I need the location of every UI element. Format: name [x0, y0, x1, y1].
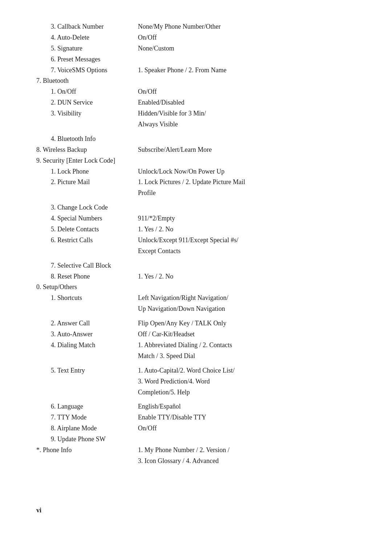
menu-item: 9. Security [Enter Lock Code] — [36, 156, 363, 166]
item-label: 8. Wireless Backup — [36, 145, 138, 155]
item-label: 2. Picture Mail — [36, 177, 138, 187]
item-value: Unlock/Lock Now/On Power Up — [138, 167, 363, 177]
item-value — [138, 282, 363, 292]
item-label — [36, 188, 138, 198]
menu-item: 4. Special Numbers911/*2/Empty — [36, 214, 363, 224]
item-label — [36, 119, 138, 130]
item-label — [36, 246, 138, 256]
item-label: 3. Auto-Answer — [36, 329, 138, 340]
item-label — [36, 387, 138, 398]
item-value — [138, 134, 363, 144]
menu-item: 5. SignatureNone/Custom — [36, 44, 363, 54]
item-label — [36, 456, 138, 466]
menu-item: 9. Update Phone SW — [36, 434, 363, 444]
menu-item: 0. Setup/Others — [36, 282, 363, 292]
item-label: 7. VoiceSMS Options — [36, 65, 138, 76]
menu-item: 3. Auto-AnswerOff / Car-Kit/Headset — [36, 329, 363, 340]
item-value: Always Visible — [138, 119, 363, 130]
spacer — [36, 398, 363, 402]
menu-item: 8. Airplane ModeOn/Off — [36, 423, 363, 434]
item-value — [138, 261, 363, 271]
menu-item: 7. VoiceSMS Options1. Speaker Phone / 2.… — [36, 65, 363, 76]
menu-item: 6. Preset Messages — [36, 54, 363, 65]
item-value: Hidden/Visible for 3 Min/ — [138, 109, 363, 119]
menu-item: Completion/5. Help — [36, 387, 363, 398]
item-label: 8. Airplane Mode — [36, 423, 138, 434]
menu-item: Match / 3. Speed Dial — [36, 351, 363, 361]
spacer — [36, 257, 363, 261]
item-value: 1. Auto-Capital/2. Word Choice List/ — [138, 366, 363, 376]
item-label: 6. Restrict Calls — [36, 235, 138, 245]
menu-item: 2. Answer CallFlip Open/Any Key / TALK O… — [36, 318, 363, 329]
item-label: 1. Lock Phone — [36, 167, 138, 177]
item-value — [138, 156, 363, 166]
item-value: 911/*2/Empty — [138, 214, 363, 224]
item-label: 5. Text Entry — [36, 366, 138, 376]
item-label: 9. Security [Enter Lock Code] — [36, 156, 138, 166]
page-footer: vi — [36, 507, 41, 514]
item-label: 4. Auto-Delete — [36, 33, 138, 43]
item-label: 3. Visibility — [36, 109, 138, 119]
menu-item: 2. Picture Mail1. Lock Pictures / 2. Upd… — [36, 177, 363, 187]
item-value: Flip Open/Any Key / TALK Only — [138, 318, 363, 329]
menu-item: Up Navigation/Down Navigation — [36, 304, 363, 314]
menu-item: 5. Text Entry1. Auto-Capital/2. Word Cho… — [36, 366, 363, 376]
menu-item: 8. Wireless BackupSubscribe/Alert/Learn … — [36, 145, 363, 155]
item-value: Enabled/Disabled — [138, 98, 363, 108]
menu-item: 4. Auto-DeleteOn/Off — [36, 33, 363, 43]
item-value: None/My Phone Number/Other — [138, 22, 363, 32]
item-value: On/Off — [138, 87, 363, 97]
page-container: 3. Callback NumberNone/My Phone Number/O… — [0, 0, 392, 496]
item-value: On/Off — [138, 423, 363, 434]
item-label: 6. Preset Messages — [36, 54, 138, 65]
item-value — [138, 434, 363, 444]
item-value: Unlock/Except 911/Except Special #s/ — [138, 235, 363, 245]
item-label: 4. Special Numbers — [36, 214, 138, 224]
item-value: Left Navigation/Right Navigation/ — [138, 293, 363, 303]
menu-list: 3. Callback NumberNone/My Phone Number/O… — [36, 22, 363, 466]
item-label: 2. DUN Service — [36, 98, 138, 108]
item-value: Enable TTY/Disable TTY — [138, 413, 363, 423]
item-value: Up Navigation/Down Navigation — [138, 304, 363, 314]
item-value: None/Custom — [138, 44, 363, 54]
item-label: 7. Bluetooth — [36, 76, 138, 86]
menu-item: 3. Callback NumberNone/My Phone Number/O… — [36, 22, 363, 32]
item-label — [36, 351, 138, 361]
item-value — [138, 203, 363, 213]
menu-item: 6. Restrict CallsUnlock/Except 911/Excep… — [36, 235, 363, 245]
item-label: 0. Setup/Others — [36, 282, 138, 292]
menu-item: 1. On/OffOn/Off — [36, 87, 363, 97]
spacer — [36, 199, 363, 203]
menu-item: Always Visible — [36, 119, 363, 130]
item-value: On/Off — [138, 33, 363, 43]
item-value: 1. Lock Pictures / 2. Update Picture Mai… — [138, 177, 363, 187]
item-value: 1. Speaker Phone / 2. From Name — [138, 65, 363, 76]
item-value: Match / 3. Speed Dial — [138, 351, 363, 361]
menu-item: 7. TTY ModeEnable TTY/Disable TTY — [36, 413, 363, 423]
spacer — [36, 362, 363, 366]
item-value — [138, 54, 363, 65]
item-value: 1. Abbreviated Dialing / 2. Contacts — [138, 340, 363, 350]
item-value: English/Español — [138, 402, 363, 412]
item-label: 7. Selective Call Block — [36, 261, 138, 271]
item-label: 2. Answer Call — [36, 318, 138, 329]
menu-item: Except Contacts — [36, 246, 363, 256]
menu-item: 4. Bluetooth Info — [36, 134, 363, 144]
item-label: 1. On/Off — [36, 87, 138, 97]
item-label — [36, 304, 138, 314]
item-value: Profile — [138, 188, 363, 198]
menu-item: 1. Lock PhoneUnlock/Lock Now/On Power Up — [36, 167, 363, 177]
spacer — [36, 315, 363, 318]
item-label — [36, 377, 138, 387]
item-value: 1. My Phone Number / 2. Version / — [138, 445, 363, 455]
item-label: 3. Change Lock Code — [36, 203, 138, 213]
item-value: Off / Car-Kit/Headset — [138, 329, 363, 340]
item-label: 8. Reset Phone — [36, 272, 138, 282]
item-label: 3. Callback Number — [36, 22, 138, 32]
menu-item: 1. ShortcutsLeft Navigation/Right Naviga… — [36, 293, 363, 303]
item-value: 1. Yes / 2. No — [138, 272, 363, 282]
item-value: 1. Yes / 2. No — [138, 224, 363, 235]
item-value: Completion/5. Help — [138, 387, 363, 398]
menu-item: 6. LanguageEnglish/Español — [36, 402, 363, 412]
item-label: 1. Shortcuts — [36, 293, 138, 303]
